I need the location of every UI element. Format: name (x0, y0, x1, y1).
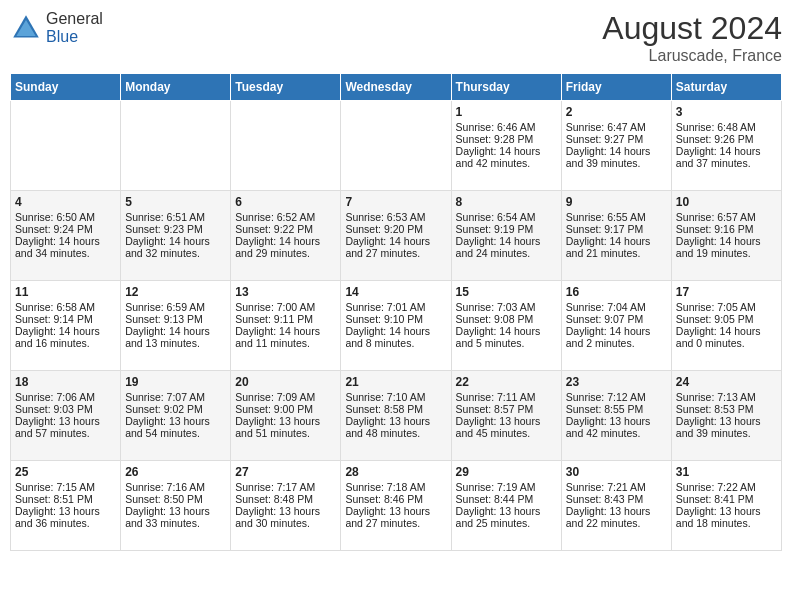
calendar-cell: 4Sunrise: 6:50 AMSunset: 9:24 PMDaylight… (11, 191, 121, 281)
calendar-table: SundayMondayTuesdayWednesdayThursdayFrid… (10, 73, 782, 551)
day-number: 29 (456, 465, 557, 479)
calendar-cell: 3Sunrise: 6:48 AMSunset: 9:26 PMDaylight… (671, 101, 781, 191)
cell-content-line: Daylight: 14 hours and 27 minutes. (345, 235, 446, 259)
cell-content-line: Daylight: 13 hours and 39 minutes. (676, 415, 777, 439)
calendar-cell: 24Sunrise: 7:13 AMSunset: 8:53 PMDayligh… (671, 371, 781, 461)
cell-content-line: Sunrise: 7:03 AM (456, 301, 557, 313)
header: General Blue August 2024 Laruscade, Fran… (10, 10, 782, 65)
calendar-cell: 26Sunrise: 7:16 AMSunset: 8:50 PMDayligh… (121, 461, 231, 551)
cell-content-line: Sunset: 8:46 PM (345, 493, 446, 505)
cell-content-line: Sunrise: 6:51 AM (125, 211, 226, 223)
calendar-week-row: 11Sunrise: 6:58 AMSunset: 9:14 PMDayligh… (11, 281, 782, 371)
cell-content-line: Sunset: 8:55 PM (566, 403, 667, 415)
logo: General Blue (10, 10, 103, 45)
calendar-cell (11, 101, 121, 191)
day-number: 6 (235, 195, 336, 209)
cell-content-line: Daylight: 13 hours and 33 minutes. (125, 505, 226, 529)
day-number: 7 (345, 195, 446, 209)
cell-content-line: Sunrise: 7:01 AM (345, 301, 446, 313)
cell-content-line: Sunrise: 6:57 AM (676, 211, 777, 223)
day-number: 1 (456, 105, 557, 119)
cell-content-line: Sunrise: 7:17 AM (235, 481, 336, 493)
calendar-cell (341, 101, 451, 191)
cell-content-line: Sunrise: 7:10 AM (345, 391, 446, 403)
cell-content-line: Daylight: 14 hours and 8 minutes. (345, 325, 446, 349)
calendar-body: 1Sunrise: 6:46 AMSunset: 9:28 PMDaylight… (11, 101, 782, 551)
calendar-cell: 17Sunrise: 7:05 AMSunset: 9:05 PMDayligh… (671, 281, 781, 371)
day-number: 19 (125, 375, 226, 389)
cell-content-line: Sunrise: 7:05 AM (676, 301, 777, 313)
calendar-cell (121, 101, 231, 191)
cell-content-line: Sunset: 9:08 PM (456, 313, 557, 325)
cell-content-line: Sunset: 9:28 PM (456, 133, 557, 145)
cell-content-line: Daylight: 14 hours and 16 minutes. (15, 325, 116, 349)
cell-content-line: Daylight: 13 hours and 30 minutes. (235, 505, 336, 529)
cell-content-line: Daylight: 13 hours and 27 minutes. (345, 505, 446, 529)
cell-content-line: Sunset: 8:44 PM (456, 493, 557, 505)
cell-content-line: Sunrise: 7:15 AM (15, 481, 116, 493)
cell-content-line: Sunrise: 7:16 AM (125, 481, 226, 493)
day-number: 22 (456, 375, 557, 389)
cell-content-line: Daylight: 14 hours and 13 minutes. (125, 325, 226, 349)
calendar-cell: 28Sunrise: 7:18 AMSunset: 8:46 PMDayligh… (341, 461, 451, 551)
day-number: 12 (125, 285, 226, 299)
cell-content-line: Daylight: 14 hours and 42 minutes. (456, 145, 557, 169)
calendar-week-row: 25Sunrise: 7:15 AMSunset: 8:51 PMDayligh… (11, 461, 782, 551)
cell-content-line: Sunset: 9:16 PM (676, 223, 777, 235)
calendar-cell: 1Sunrise: 6:46 AMSunset: 9:28 PMDaylight… (451, 101, 561, 191)
cell-content-line: Sunset: 9:13 PM (125, 313, 226, 325)
cell-content-line: Daylight: 14 hours and 2 minutes. (566, 325, 667, 349)
cell-content-line: Daylight: 14 hours and 37 minutes. (676, 145, 777, 169)
day-of-week-header: Wednesday (341, 74, 451, 101)
calendar-cell (231, 101, 341, 191)
day-of-week-header: Monday (121, 74, 231, 101)
cell-content-line: Sunset: 9:00 PM (235, 403, 336, 415)
cell-content-line: Sunrise: 7:22 AM (676, 481, 777, 493)
calendar-cell: 8Sunrise: 6:54 AMSunset: 9:19 PMDaylight… (451, 191, 561, 281)
calendar-cell: 12Sunrise: 6:59 AMSunset: 9:13 PMDayligh… (121, 281, 231, 371)
calendar-cell: 25Sunrise: 7:15 AMSunset: 8:51 PMDayligh… (11, 461, 121, 551)
cell-content-line: Daylight: 14 hours and 21 minutes. (566, 235, 667, 259)
cell-content-line: Sunset: 9:22 PM (235, 223, 336, 235)
cell-content-line: Sunset: 9:07 PM (566, 313, 667, 325)
calendar-cell: 11Sunrise: 6:58 AMSunset: 9:14 PMDayligh… (11, 281, 121, 371)
calendar-cell: 15Sunrise: 7:03 AMSunset: 9:08 PMDayligh… (451, 281, 561, 371)
day-number: 11 (15, 285, 116, 299)
cell-content-line: Sunset: 9:14 PM (15, 313, 116, 325)
cell-content-line: Sunrise: 7:19 AM (456, 481, 557, 493)
day-number: 20 (235, 375, 336, 389)
cell-content-line: Sunset: 9:02 PM (125, 403, 226, 415)
day-number: 3 (676, 105, 777, 119)
cell-content-line: Sunset: 9:23 PM (125, 223, 226, 235)
cell-content-line: Sunrise: 6:47 AM (566, 121, 667, 133)
cell-content-line: Daylight: 13 hours and 36 minutes. (15, 505, 116, 529)
cell-content-line: Sunset: 9:03 PM (15, 403, 116, 415)
day-number: 9 (566, 195, 667, 209)
cell-content-line: Sunrise: 7:06 AM (15, 391, 116, 403)
calendar-cell: 19Sunrise: 7:07 AMSunset: 9:02 PMDayligh… (121, 371, 231, 461)
day-of-week-header: Thursday (451, 74, 561, 101)
calendar-cell: 9Sunrise: 6:55 AMSunset: 9:17 PMDaylight… (561, 191, 671, 281)
location: Laruscade, France (602, 47, 782, 65)
calendar-cell: 22Sunrise: 7:11 AMSunset: 8:57 PMDayligh… (451, 371, 561, 461)
cell-content-line: Sunrise: 6:46 AM (456, 121, 557, 133)
calendar-week-row: 4Sunrise: 6:50 AMSunset: 9:24 PMDaylight… (11, 191, 782, 281)
day-number: 14 (345, 285, 446, 299)
day-number: 23 (566, 375, 667, 389)
cell-content-line: Sunrise: 7:11 AM (456, 391, 557, 403)
calendar-cell: 6Sunrise: 6:52 AMSunset: 9:22 PMDaylight… (231, 191, 341, 281)
cell-content-line: Sunset: 8:53 PM (676, 403, 777, 415)
day-number: 24 (676, 375, 777, 389)
day-of-week-header: Saturday (671, 74, 781, 101)
cell-content-line: Sunset: 8:51 PM (15, 493, 116, 505)
cell-content-line: Sunset: 8:58 PM (345, 403, 446, 415)
calendar-cell: 7Sunrise: 6:53 AMSunset: 9:20 PMDaylight… (341, 191, 451, 281)
cell-content-line: Sunset: 8:57 PM (456, 403, 557, 415)
calendar-cell: 29Sunrise: 7:19 AMSunset: 8:44 PMDayligh… (451, 461, 561, 551)
calendar-cell: 14Sunrise: 7:01 AMSunset: 9:10 PMDayligh… (341, 281, 451, 371)
day-number: 26 (125, 465, 226, 479)
cell-content-line: Sunrise: 6:54 AM (456, 211, 557, 223)
cell-content-line: Daylight: 14 hours and 11 minutes. (235, 325, 336, 349)
calendar-cell: 10Sunrise: 6:57 AMSunset: 9:16 PMDayligh… (671, 191, 781, 281)
calendar-week-row: 1Sunrise: 6:46 AMSunset: 9:28 PMDaylight… (11, 101, 782, 191)
